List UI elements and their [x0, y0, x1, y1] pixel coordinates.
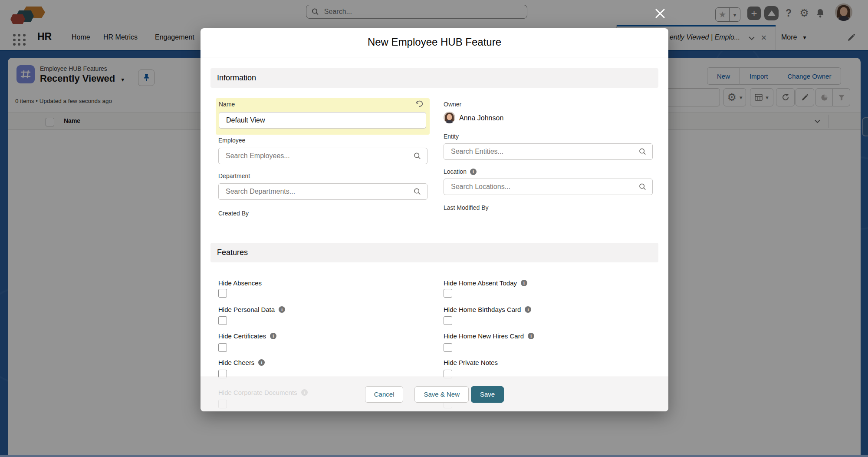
entity-lookup[interactable]	[444, 143, 653, 160]
location-lookup[interactable]	[444, 179, 653, 195]
name-input[interactable]	[219, 112, 426, 129]
employee-field-label: Employee	[218, 137, 245, 144]
info-icon[interactable]	[270, 333, 276, 339]
feature-hide-certificates-checkbox[interactable]	[218, 343, 227, 352]
info-icon[interactable]	[528, 333, 534, 339]
modal-close-icon[interactable]	[654, 7, 667, 20]
department-lookup-input[interactable]	[225, 187, 414, 196]
entity-lookup-input[interactable]	[450, 147, 639, 156]
owner-value[interactable]: Anna Johnson	[459, 114, 503, 122]
info-icon[interactable]	[525, 306, 531, 313]
section-information: Information	[210, 68, 658, 88]
feature-hide-absences-checkbox[interactable]	[218, 289, 227, 298]
save-button[interactable]: Save	[471, 386, 504, 403]
feature-hide-home-new-hires-card-checkbox[interactable]	[444, 343, 452, 352]
department-lookup[interactable]	[218, 183, 427, 200]
name-input-field[interactable]	[225, 116, 420, 125]
modal-title: New Employee HUB Feature	[201, 36, 668, 48]
info-icon[interactable]	[279, 306, 285, 313]
search-icon	[414, 188, 421, 195]
search-icon	[414, 152, 421, 160]
department-field-label: Department	[218, 172, 250, 179]
search-icon	[639, 148, 646, 156]
employee-lookup-input[interactable]	[225, 152, 414, 160]
feature-hide-home-birthdays-card-checkbox[interactable]	[444, 316, 452, 325]
entity-field-label: Entity	[444, 133, 459, 140]
section-information-label: Information	[217, 73, 256, 83]
save-and-new-button[interactable]: Save & New	[414, 386, 469, 403]
name-field-label: Name	[219, 101, 235, 108]
feature-hide-personal-data-checkbox[interactable]	[218, 316, 227, 325]
feature-hide-home-absent-today-label: Hide Home Absent Today	[444, 279, 527, 287]
info-icon[interactable]	[258, 359, 265, 366]
section-features: Features	[210, 243, 658, 262]
feature-hide-certificates-label: Hide Certificates	[218, 332, 276, 340]
modal-header: New Employee HUB Feature	[201, 28, 668, 57]
location-lookup-input[interactable]	[450, 182, 639, 191]
feature-hide-cheers-label: Hide Cheers	[218, 359, 265, 366]
feature-hide-personal-data-label: Hide Personal Data	[218, 306, 285, 313]
last-modified-by-field-label: Last Modified By	[444, 204, 489, 211]
info-icon[interactable]	[521, 280, 527, 286]
feature-hide-private-notes-label: Hide Private Notes	[444, 359, 498, 366]
created-by-field-label: Created By	[218, 210, 249, 217]
section-features-label: Features	[217, 248, 248, 257]
info-icon[interactable]	[470, 169, 477, 175]
feature-hide-home-absent-today-checkbox[interactable]	[444, 289, 452, 298]
owner-field-label: Owner	[444, 101, 461, 108]
new-employee-hub-feature-modal: New Employee HUB Feature Information Nam…	[201, 28, 668, 411]
modal-footer: Cancel Save & New Save	[201, 377, 668, 411]
cancel-button[interactable]: Cancel	[365, 386, 404, 403]
feature-hide-absences-label: Hide Absences	[218, 279, 262, 287]
window-bottom-edge	[0, 455, 868, 457]
search-icon	[639, 183, 646, 191]
screen: HR Home HR Metrics Engagement ently View…	[0, 0, 868, 457]
feature-hide-home-new-hires-card-label: Hide Home New Hires Card	[444, 332, 534, 340]
location-field-label: Location	[444, 168, 477, 175]
undo-icon[interactable]	[416, 100, 424, 107]
feature-hide-home-birthdays-card-label: Hide Home Birthdays Card	[444, 306, 531, 313]
employee-lookup[interactable]	[218, 148, 427, 164]
owner-avatar	[444, 112, 455, 123]
